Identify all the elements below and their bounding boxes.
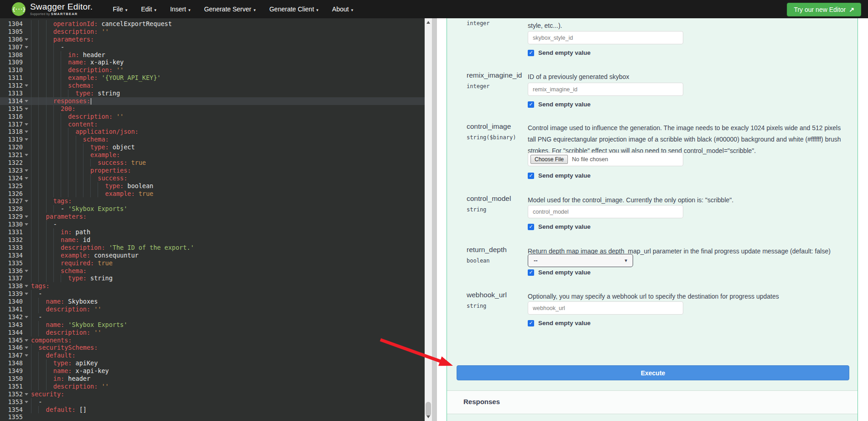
editor-line-1316[interactable]: 1316description: '' [0, 113, 425, 121]
scroll-up-icon[interactable] [425, 19, 432, 26]
execute-button[interactable]: Execute [457, 365, 849, 380]
return-depth-select[interactable]: --▾ [528, 254, 633, 267]
pane-splitter[interactable] [432, 18, 437, 421]
editor-line-1339[interactable]: 1339- [0, 290, 425, 298]
editor-line-1343[interactable]: 1343name: 'Skybox Exports' [0, 321, 425, 329]
editor-line-1345[interactable]: 1345components: [0, 337, 425, 344]
editor-line-1326[interactable]: 1326example: true [0, 190, 425, 198]
yaml-editor[interactable]: 1304operationId: cancelExportRequest1305… [0, 18, 425, 421]
send-empty-value-checkbox[interactable]: ✓ [528, 269, 534, 276]
editor-line-1330[interactable]: 1330- [0, 221, 425, 228]
menu-about[interactable]: About▾ [332, 5, 353, 13]
editor-line-1335[interactable]: 1335required: true [0, 259, 425, 267]
fold-toggle-icon[interactable] [25, 216, 28, 218]
control-image-file-input[interactable]: Choose FileNo file chosen [528, 153, 683, 166]
editor-line-1318[interactable]: 1318application/json: [0, 128, 425, 136]
editor-line-1350[interactable]: 1350in: header [0, 375, 425, 383]
editor-line-1344[interactable]: 1344description: '' [0, 329, 425, 337]
send-empty-value-checkbox[interactable]: ✓ [528, 50, 534, 56]
editor-line-1332[interactable]: 1332name: id [0, 236, 425, 244]
fold-toggle-icon[interactable] [25, 138, 28, 141]
editor-line-1341[interactable]: 1341description: '' [0, 305, 425, 313]
menu-generate-client[interactable]: Generate Client▾ [269, 5, 318, 13]
editor-line-1354[interactable]: 1354default: [] [0, 406, 425, 414]
editor-line-1351[interactable]: 1351description: '' [0, 383, 425, 390]
fold-toggle-icon[interactable] [25, 108, 28, 110]
send-empty-value-checkbox[interactable]: ✓ [528, 101, 534, 108]
editor-line-1324[interactable]: 1324success: [0, 174, 425, 182]
editor-line-1313[interactable]: 1313type: string [0, 89, 425, 97]
fold-toggle-icon[interactable] [25, 46, 28, 48]
fold-toggle-icon[interactable] [25, 84, 28, 87]
editor-line-1327[interactable]: 1327tags: [0, 197, 425, 205]
fold-toggle-icon[interactable] [25, 354, 28, 357]
editor-line-1322[interactable]: 1322success: true [0, 159, 425, 167]
editor-line-1342[interactable]: 1342- [0, 313, 425, 321]
fold-toggle-icon[interactable] [25, 339, 28, 342]
fold-toggle-icon[interactable] [25, 100, 28, 102]
editor-scrollbar[interactable] [425, 18, 432, 421]
fold-toggle-icon[interactable] [25, 393, 28, 395]
fold-toggle-icon[interactable] [25, 270, 28, 272]
editor-line-1312[interactable]: 1312schema: [0, 82, 425, 89]
editor-line-1331[interactable]: 1331in: path [0, 228, 425, 236]
send-empty-value-checkbox[interactable]: ✓ [528, 173, 534, 179]
editor-line-1308[interactable]: 1308in: header [0, 51, 425, 59]
editor-line-1315[interactable]: 1315200: [0, 105, 425, 113]
fold-toggle-icon[interactable] [25, 131, 28, 133]
editor-line-1338[interactable]: 1338tags: [0, 282, 425, 290]
fold-toggle-icon[interactable] [25, 316, 28, 318]
editor-line-1333[interactable]: 1333description: 'The ID of the export.' [0, 244, 425, 252]
fold-toggle-icon[interactable] [25, 154, 28, 156]
scroll-down-icon[interactable] [425, 414, 432, 420]
editor-line-1306[interactable]: 1306parameters: [0, 36, 425, 43]
editor-line-1319[interactable]: 1319schema: [0, 136, 425, 143]
skybox_style_id-input[interactable] [528, 31, 683, 44]
editor-line-1348[interactable]: 1348type: apiKey [0, 359, 425, 367]
editor-line-1307[interactable]: 1307- [0, 43, 425, 51]
editor-line-1349[interactable]: 1349name: x-api-key [0, 367, 425, 375]
fold-toggle-icon[interactable] [25, 401, 28, 403]
fold-toggle-icon[interactable] [25, 293, 28, 295]
editor-line-1309[interactable]: 1309name: x-api-key [0, 58, 425, 66]
editor-line-1320[interactable]: 1320type: object [0, 143, 425, 151]
editor-line-1325[interactable]: 1325type: boolean [0, 182, 425, 190]
fold-toggle-icon[interactable] [25, 177, 28, 179]
editor-line-1352[interactable]: 1352security: [0, 390, 425, 398]
send-empty-value-checkbox[interactable]: ✓ [528, 224, 534, 230]
fold-toggle-icon[interactable] [25, 200, 28, 202]
fold-toggle-icon[interactable] [25, 169, 28, 172]
editor-line-1305[interactable]: 1305description: '' [0, 28, 425, 36]
editor-line-1347[interactable]: 1347default: [0, 352, 425, 359]
fold-toggle-icon[interactable] [25, 285, 28, 287]
editor-line-1304[interactable]: 1304operationId: cancelExportRequest [0, 20, 425, 28]
remix_imagine_id-input[interactable] [528, 83, 683, 96]
editor-line-1314[interactable]: 1314responses: [0, 97, 425, 105]
editor-line-1329[interactable]: 1329parameters: [0, 213, 425, 221]
editor-line-1311[interactable]: 1311example: '{YOUR_API_KEY}' [0, 74, 425, 82]
send-empty-value-checkbox[interactable]: ✓ [528, 320, 534, 326]
menu-insert[interactable]: Insert▾ [170, 5, 191, 13]
webhook_url-input[interactable] [528, 301, 683, 315]
fold-toggle-icon[interactable] [25, 38, 28, 41]
editor-line-1340[interactable]: 1340name: Skyboxes [0, 298, 425, 305]
menu-generate-server[interactable]: Generate Server▾ [204, 5, 255, 13]
choose-file-button[interactable]: Choose File [530, 155, 568, 164]
fold-toggle-icon[interactable] [25, 223, 28, 226]
control_model-input[interactable] [528, 205, 683, 218]
fold-toggle-icon[interactable] [25, 123, 28, 126]
editor-line-1353[interactable]: 1353- [0, 398, 425, 406]
editor-line-1346[interactable]: 1346securitySchemes: [0, 344, 425, 352]
fold-toggle-icon[interactable] [25, 347, 28, 349]
editor-line-1334[interactable]: 1334example: consequuntur [0, 252, 425, 259]
editor-line-1310[interactable]: 1310description: '' [0, 66, 425, 74]
try-new-editor-button[interactable]: Try our new Editor ↗ [787, 3, 861, 16]
editor-line-1321[interactable]: 1321example: [0, 151, 425, 159]
editor-line-1317[interactable]: 1317content: [0, 121, 425, 128]
menu-file[interactable]: File▾ [113, 5, 127, 13]
editor-line-1337[interactable]: 1337type: string [0, 274, 425, 282]
editor-line-1323[interactable]: 1323properties: [0, 167, 425, 174]
menu-edit[interactable]: Edit▾ [141, 5, 156, 13]
editor-line-1355[interactable]: 1355 [0, 413, 425, 421]
editor-line-1336[interactable]: 1336schema: [0, 267, 425, 275]
